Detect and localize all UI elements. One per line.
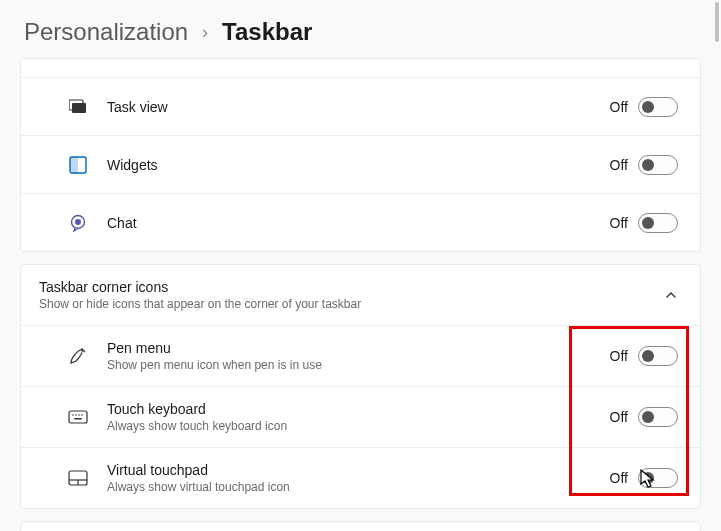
toggle-state: Off — [610, 348, 628, 364]
spacer — [21, 59, 700, 77]
chat-icon — [67, 212, 89, 234]
row-subtitle: Always show touch keyboard icon — [107, 419, 610, 433]
svg-point-9 — [78, 414, 80, 416]
svg-rect-1 — [72, 103, 86, 113]
row-widgets[interactable]: Widgets Off — [21, 135, 700, 193]
row-pen-menu[interactable]: Pen menu Show pen menu icon when pen is … — [21, 325, 700, 386]
toggle-wrap: Off — [610, 155, 678, 175]
toggle-state: Off — [610, 470, 628, 486]
breadcrumb-current: Taskbar — [222, 18, 312, 46]
touch-keyboard-toggle[interactable] — [638, 407, 678, 427]
pen-icon — [67, 345, 89, 367]
row-title: Chat — [107, 215, 610, 231]
toggle-state: Off — [610, 409, 628, 425]
task-view-toggle[interactable] — [638, 97, 678, 117]
corner-icons-header[interactable]: Taskbar corner icons Show or hide icons … — [21, 265, 700, 325]
section-subtitle: Show or hide icons that appear on the co… — [39, 297, 664, 311]
toggle-wrap: Off — [610, 97, 678, 117]
row-subtitle: Show pen menu icon when pen is in use — [107, 358, 610, 372]
row-title: Pen menu — [107, 340, 610, 356]
row-virtual-touchpad[interactable]: Virtual touchpad Always show virtual tou… — [21, 447, 700, 508]
toggle-wrap: Off — [610, 407, 678, 427]
widgets-toggle[interactable] — [638, 155, 678, 175]
toggle-state: Off — [610, 215, 628, 231]
row-text: Virtual touchpad Always show virtual tou… — [107, 462, 610, 494]
toggle-wrap: Off — [610, 213, 678, 233]
chevron-up-icon — [664, 288, 678, 302]
toggle-wrap: Off — [610, 346, 678, 366]
keyboard-icon — [67, 406, 89, 428]
touchpad-icon — [67, 467, 89, 489]
chat-toggle[interactable] — [638, 213, 678, 233]
row-subtitle: Always show virtual touchpad icon — [107, 480, 610, 494]
svg-rect-6 — [69, 411, 87, 423]
row-title-wrap: Task view — [107, 99, 610, 115]
widgets-icon — [67, 154, 89, 176]
row-title: Virtual touchpad — [107, 462, 610, 478]
toggle-state: Off — [610, 157, 628, 173]
svg-point-7 — [72, 414, 74, 416]
chevron-right-icon: › — [202, 22, 208, 43]
corner-overflow-header[interactable]: Taskbar corner overflow — [21, 522, 700, 531]
pen-menu-toggle[interactable] — [638, 346, 678, 366]
toggle-state: Off — [610, 99, 628, 115]
row-title: Task view — [107, 99, 610, 115]
breadcrumb-parent[interactable]: Personalization — [24, 18, 188, 46]
row-title: Touch keyboard — [107, 401, 610, 417]
row-title: Widgets — [107, 157, 610, 173]
row-touch-keyboard[interactable]: Touch keyboard Always show touch keyboar… — [21, 386, 700, 447]
svg-rect-3 — [70, 157, 78, 173]
task-view-icon — [67, 96, 89, 118]
section-title: Taskbar corner icons — [39, 279, 664, 295]
breadcrumb: Personalization › Taskbar — [0, 0, 721, 58]
svg-rect-11 — [74, 418, 82, 420]
toggle-wrap: Off — [610, 468, 678, 488]
taskbar-items-panel: Task view Off Widgets Off Chat Off — [20, 58, 701, 252]
row-task-view[interactable]: Task view Off — [21, 77, 700, 135]
row-title-wrap: Chat — [107, 215, 610, 231]
virtual-touchpad-toggle[interactable] — [638, 468, 678, 488]
svg-point-8 — [75, 414, 77, 416]
svg-point-5 — [75, 219, 81, 225]
scrollbar[interactable] — [715, 2, 719, 42]
row-chat[interactable]: Chat Off — [21, 193, 700, 251]
svg-point-10 — [81, 414, 83, 416]
row-title-wrap: Widgets — [107, 157, 610, 173]
row-text: Touch keyboard Always show touch keyboar… — [107, 401, 610, 433]
row-text: Pen menu Show pen menu icon when pen is … — [107, 340, 610, 372]
corner-overflow-panel: Taskbar corner overflow — [20, 521, 701, 531]
corner-icons-panel: Taskbar corner icons Show or hide icons … — [20, 264, 701, 509]
